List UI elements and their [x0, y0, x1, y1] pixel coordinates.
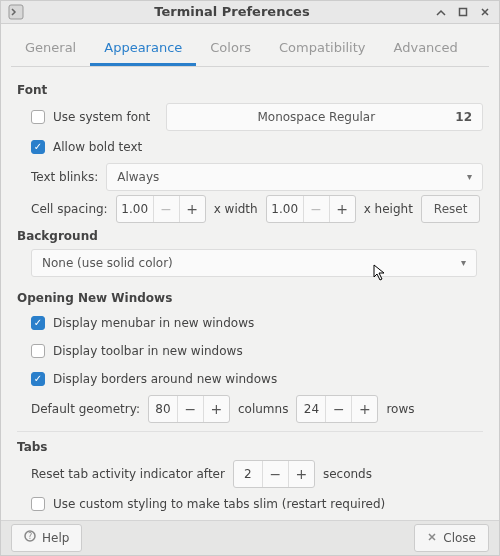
chevron-down-icon: ▾ — [467, 171, 472, 182]
section-background: Background — [17, 229, 483, 243]
preferences-window: Terminal Preferences General Appearance … — [0, 0, 500, 556]
allow-bold-checkbox[interactable] — [31, 140, 45, 154]
app-icon — [7, 3, 25, 21]
section-opening: Opening New Windows — [17, 291, 483, 305]
display-toolbar-label: Display toolbar in new windows — [53, 344, 243, 358]
row-default-geometry: Default geometry: 80 − + columns 24 − + … — [31, 395, 483, 423]
rows-plus[interactable]: + — [351, 396, 377, 422]
cell-spacing-label: Cell spacing: — [31, 202, 108, 216]
help-icon: ? — [24, 530, 36, 545]
slim-tabs-label: Use custom styling to make tabs slim (re… — [53, 497, 385, 511]
use-system-font-checkbox[interactable] — [31, 110, 45, 124]
tab-advanced[interactable]: Advanced — [380, 32, 472, 66]
default-geometry-label: Default geometry: — [31, 402, 140, 416]
reset-indicator-spinner[interactable]: 2 − + — [233, 460, 315, 488]
row-menubar: Display menubar in new windows — [31, 311, 483, 335]
help-button[interactable]: ? Help — [11, 524, 82, 552]
rows-minus[interactable]: − — [325, 396, 351, 422]
separator — [17, 431, 483, 432]
display-menubar-label: Display menubar in new windows — [53, 316, 254, 330]
cell-width-value: 1.00 — [117, 202, 153, 216]
font-name: Monospace Regular — [177, 110, 455, 124]
row-use-system-font: Use system font Monospace Regular 12 — [31, 103, 483, 131]
cell-height-spinner[interactable]: 1.00 − + — [266, 195, 356, 223]
content-area: General Appearance Colors Compatibility … — [1, 24, 499, 520]
rows-value: 24 — [297, 402, 325, 416]
tab-compatibility[interactable]: Compatibility — [265, 32, 380, 66]
cell-width-plus[interactable]: + — [179, 196, 205, 222]
row-text-blinks: Text blinks: Always ▾ — [31, 163, 483, 191]
appearance-pane: Font Use system font Monospace Regular 1… — [11, 67, 489, 520]
columns-spinner[interactable]: 80 − + — [148, 395, 230, 423]
rows-label: rows — [386, 402, 414, 416]
reset-cell-spacing-button[interactable]: Reset — [421, 195, 481, 223]
cell-width-spinner[interactable]: 1.00 − + — [116, 195, 206, 223]
row-reset-indicator: Reset tab activity indicator after 2 − +… — [31, 460, 483, 488]
background-combo[interactable]: None (use solid color) ▾ — [31, 249, 477, 277]
footer: ? Help Close — [1, 520, 499, 555]
background-value: None (use solid color) — [42, 256, 461, 270]
section-tabs: Tabs — [17, 440, 483, 454]
maximize-button[interactable] — [455, 4, 471, 20]
columns-minus[interactable]: − — [177, 396, 203, 422]
tab-bar: General Appearance Colors Compatibility … — [11, 32, 489, 67]
minimize-button[interactable] — [433, 4, 449, 20]
reset-indicator-value: 2 — [234, 467, 262, 481]
text-blinks-label: Text blinks: — [31, 170, 98, 184]
reset-indicator-plus[interactable]: + — [288, 461, 314, 487]
cell-width-minus[interactable]: − — [153, 196, 179, 222]
cell-height-plus[interactable]: + — [329, 196, 355, 222]
row-cell-spacing: Cell spacing: 1.00 − + x width 1.00 − + … — [31, 195, 483, 223]
close-dialog-button[interactable]: Close — [414, 524, 489, 552]
svg-rect-1 — [460, 8, 467, 15]
chevron-down-icon: ▾ — [461, 257, 466, 268]
columns-plus[interactable]: + — [203, 396, 229, 422]
window-title: Terminal Preferences — [31, 4, 433, 19]
row-allow-bold: Allow bold text — [31, 135, 483, 159]
close-icon — [427, 531, 437, 545]
row-borders: Display borders around new windows — [31, 367, 483, 391]
window-buttons — [433, 4, 493, 20]
columns-value: 80 — [149, 402, 177, 416]
display-toolbar-checkbox[interactable] — [31, 344, 45, 358]
font-chooser-button[interactable]: Monospace Regular 12 — [166, 103, 483, 131]
columns-label: columns — [238, 402, 288, 416]
close-label: Close — [443, 531, 476, 545]
reset-indicator-minus[interactable]: − — [262, 461, 288, 487]
tab-general[interactable]: General — [11, 32, 90, 66]
display-borders-checkbox[interactable] — [31, 372, 45, 386]
cell-height-minus[interactable]: − — [303, 196, 329, 222]
svg-text:?: ? — [28, 532, 32, 541]
tab-colors[interactable]: Colors — [196, 32, 265, 66]
text-blinks-value: Always — [117, 170, 467, 184]
x-height-label: x height — [364, 202, 413, 216]
help-label: Help — [42, 531, 69, 545]
font-size: 12 — [455, 110, 472, 124]
reset-indicator-label-post: seconds — [323, 467, 372, 481]
x-width-label: x width — [214, 202, 258, 216]
cell-height-value: 1.00 — [267, 202, 303, 216]
slim-tabs-checkbox[interactable] — [31, 497, 45, 511]
titlebar: Terminal Preferences — [1, 1, 499, 24]
use-system-font-label: Use system font — [53, 110, 150, 124]
reset-indicator-label-pre: Reset tab activity indicator after — [31, 467, 225, 481]
text-blinks-combo[interactable]: Always ▾ — [106, 163, 483, 191]
rows-spinner[interactable]: 24 − + — [296, 395, 378, 423]
close-button[interactable] — [477, 4, 493, 20]
display-borders-label: Display borders around new windows — [53, 372, 277, 386]
row-toolbar: Display toolbar in new windows — [31, 339, 483, 363]
tab-appearance[interactable]: Appearance — [90, 32, 196, 66]
display-menubar-checkbox[interactable] — [31, 316, 45, 330]
section-font: Font — [17, 83, 483, 97]
row-slim-tabs: Use custom styling to make tabs slim (re… — [31, 492, 483, 516]
allow-bold-label: Allow bold text — [53, 140, 142, 154]
